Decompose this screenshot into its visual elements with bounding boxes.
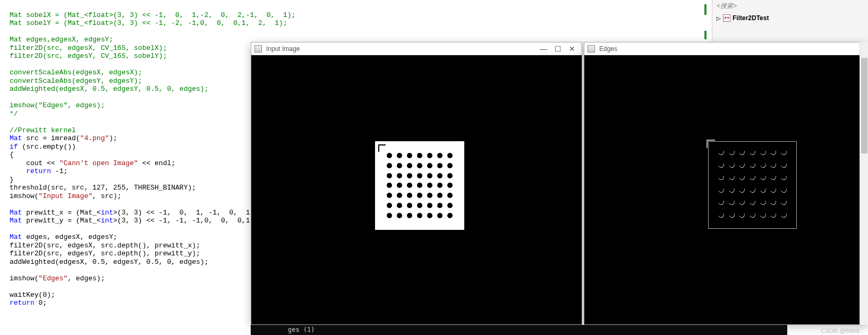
edge-arc [738, 186, 746, 193]
change-marker [704, 31, 707, 39]
dot [427, 173, 432, 178]
dot [387, 203, 392, 208]
minimize-button[interactable]: — [540, 45, 547, 53]
edge-arc [780, 149, 787, 156]
window-edges[interactable]: Edges [584, 42, 868, 325]
code-editor[interactable]: Mat sobelX = (Mat_<float>(3, 3) << -1, 0… [10, 3, 249, 307]
vertical-scrollbar[interactable] [860, 42, 868, 325]
code-line: addWeighted(edgesX, 0.5, edgesY, 0.5, 0,… [10, 85, 208, 93]
edge-arc [718, 199, 725, 206]
edge-arc [738, 174, 746, 181]
dot [427, 183, 432, 188]
edge-arc [718, 211, 725, 218]
code-line: filter2D(src, edgesY, src.depth(), prewi… [10, 250, 200, 257]
dot [397, 203, 402, 208]
edge-arc [738, 161, 746, 168]
dot [437, 183, 442, 188]
app-icon [254, 45, 262, 53]
edge-arc [748, 186, 756, 193]
maximize-button[interactable]: ☐ [555, 45, 561, 53]
dot [397, 163, 402, 168]
edge-arc [748, 199, 756, 206]
edge-arc [728, 211, 735, 218]
code-line: filter2D(src, edgesY, CV_16S, sobelY); [10, 52, 167, 60]
input-image-content [375, 141, 464, 230]
close-button[interactable]: ✕ [569, 45, 575, 53]
code-line: Mat sobelY = (Mat_<float>(3, 3) << -1, -… [10, 19, 287, 27]
dot [447, 173, 453, 178]
search-input[interactable]: <搜索> [712, 0, 868, 12]
solution-explorer-panel: <搜索> ▷ ++ Filter2DTest [712, 0, 868, 42]
tree-item-filter2dtest[interactable]: ▷ ++ Filter2DTest [712, 12, 868, 24]
edge-arc [759, 186, 767, 193]
dot [397, 193, 402, 198]
dot [437, 203, 442, 208]
dot [387, 173, 392, 178]
edge-arc [770, 199, 777, 206]
dot [407, 193, 412, 198]
edge-arc [718, 186, 725, 193]
dot [397, 183, 402, 188]
dot [427, 193, 432, 198]
edges-image-content [708, 141, 797, 229]
edge-arc [728, 161, 735, 168]
code-line: convertScaleAbs(edgesY, edgesY); [10, 77, 142, 85]
code-line: waitKey(0); [10, 291, 55, 299]
code-line: threshold(src, src, 127, 255, THRESH_BIN… [10, 184, 196, 192]
dot [437, 193, 442, 198]
edge-arc [738, 149, 746, 156]
dot [407, 173, 412, 178]
dot [407, 183, 412, 188]
dot [447, 213, 453, 218]
dot [447, 183, 453, 188]
dot [437, 213, 442, 218]
project-icon: ++ [723, 14, 730, 22]
dot [407, 163, 412, 168]
dot [417, 213, 422, 218]
tree-item-label: Filter2DTest [733, 14, 769, 22]
dot [407, 153, 412, 158]
dot [417, 203, 422, 208]
code-line: convertScaleAbs(edgesX, edgesX); [10, 68, 142, 76]
code-line: Mat src = imread("4.png"); [10, 134, 117, 142]
edge-arc [780, 174, 787, 181]
titlebar[interactable]: Edges [584, 42, 867, 55]
image-canvas [251, 55, 582, 324]
dot [427, 203, 432, 208]
image-canvas [584, 55, 867, 324]
edge-arc [728, 186, 735, 193]
edge-arc [738, 199, 746, 206]
dot [437, 163, 442, 168]
dot [397, 153, 402, 158]
titlebar[interactable]: Input Image — ☐ ✕ [251, 42, 582, 55]
code-line: imshow("Edges", edges); [10, 274, 105, 282]
edge-arc [759, 174, 767, 181]
dot [417, 153, 422, 158]
code-line: */ [10, 110, 18, 118]
dot [387, 163, 392, 168]
dot [417, 183, 422, 188]
code-line: cout << "Cann't open Image" << endl; [10, 159, 175, 167]
dot [417, 163, 422, 168]
edge-arc [748, 174, 756, 181]
scroll-thumb[interactable] [861, 58, 867, 153]
edge-arc [748, 161, 756, 168]
edge-arc [770, 149, 777, 156]
edge-arc [759, 161, 767, 168]
window-input-image[interactable]: Input Image — ☐ ✕ [251, 42, 582, 325]
dot [447, 153, 453, 158]
dot [437, 153, 442, 158]
dot [417, 173, 422, 178]
edge-arc [728, 149, 735, 156]
watermark: CSDN @Bill66 [821, 328, 860, 334]
code-line: addWeighted(edgesX, 0.5, edgesY, 0.5, 0,… [10, 258, 208, 266]
edge-arc [770, 174, 777, 181]
code-line: //Prewitt kernel [10, 126, 76, 134]
edge-arc [759, 211, 767, 218]
code-line: Mat prewitt_y = (Mat_<int>(3, 3) << -1, … [10, 217, 292, 225]
app-icon [588, 45, 595, 53]
code-line: filter2D(src, edgesX, CV_16S, sobelX); [10, 44, 167, 52]
dot [427, 213, 432, 218]
chevron-right-icon: ▷ [717, 15, 721, 21]
edge-arc [759, 149, 767, 156]
